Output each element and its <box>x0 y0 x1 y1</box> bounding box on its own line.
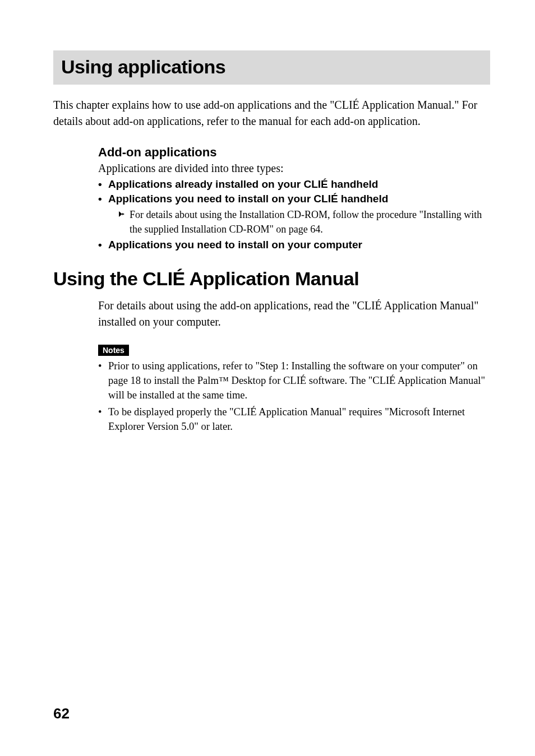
bullet-icon: • <box>98 193 108 205</box>
section-title: Using the CLIÉ Application Manual <box>53 268 490 290</box>
chapter-title: Using applications <box>61 56 482 78</box>
page-number: 62 <box>53 705 70 722</box>
sub-note: For details about using the Installation… <box>118 207 490 236</box>
list-item-text: Applications already installed on your C… <box>108 178 378 191</box>
intro-paragraph: This chapter explains how to use add-on … <box>53 97 490 129</box>
bullet-icon: • <box>98 239 108 251</box>
bullet-icon: • <box>98 178 108 191</box>
note-text: To be displayed properly the "CLIÉ Appli… <box>108 405 490 434</box>
list-item: • Applications you need to install on yo… <box>98 239 490 251</box>
bullet-icon: • <box>98 359 108 403</box>
addon-description: Applications are divided into three type… <box>98 162 490 175</box>
bullet-icon: • <box>98 405 108 434</box>
sub-note-text: For details about using the Installation… <box>130 207 490 236</box>
list-item: • Applications already installed on your… <box>98 178 490 191</box>
addon-section: Add-on applications Applications are div… <box>98 145 490 251</box>
notes-badge: Notes <box>98 345 129 356</box>
note-text: Prior to using applications, refer to "S… <box>108 359 490 403</box>
list-item-text: Applications you need to install on your… <box>108 193 388 205</box>
body-paragraph: For details about using the add-on appli… <box>98 298 490 330</box>
page: Using applications This chapter explains… <box>0 0 535 756</box>
arrow-icon <box>118 207 130 236</box>
list-item: • Applications you need to install on yo… <box>98 193 490 205</box>
list-item: • Prior to using applications, refer to … <box>98 359 490 403</box>
list-item: • To be displayed properly the "CLIÉ App… <box>98 405 490 434</box>
addon-heading: Add-on applications <box>98 145 490 160</box>
list-item-text: Applications you need to install on your… <box>108 239 362 251</box>
notes-list: • Prior to using applications, refer to … <box>98 359 490 434</box>
chapter-title-bar: Using applications <box>53 50 490 85</box>
